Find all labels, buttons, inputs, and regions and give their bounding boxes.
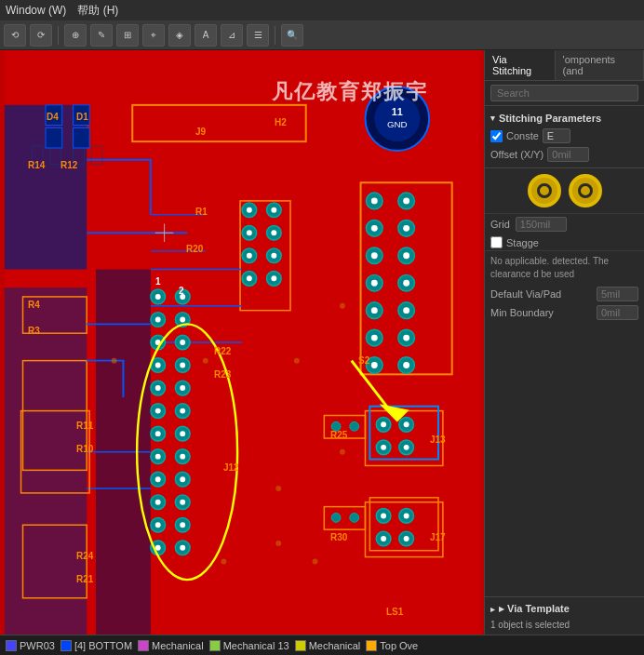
- svg-point-88: [376, 531, 391, 546]
- svg-point-19: [151, 449, 166, 464]
- tb-btn-10[interactable]: ☰: [247, 24, 269, 47]
- toolbar: ⟲ ⟳ ⊕ ✎ ⊞ ⌖ ◈ A ⊿ ☰ 🔍: [0, 20, 644, 50]
- svg-point-135: [112, 358, 117, 364]
- tb-btn-2[interactable]: ⟳: [30, 24, 52, 47]
- offset-label: Offset (X/Y): [490, 149, 543, 160]
- svg-rect-134: [91, 146, 102, 165]
- menu-help[interactable]: 帮助 (H): [77, 3, 118, 19]
- svg-point-20: [151, 472, 166, 487]
- via-template-header[interactable]: ▸ Via Template: [490, 600, 638, 618]
- prop-search-input[interactable]: [490, 85, 638, 101]
- menu-window[interactable]: Window (W): [6, 4, 66, 17]
- stitching-params-section: Stitching Parameters Conste Offset (X/Y): [485, 106, 644, 168]
- svg-point-96: [366, 247, 382, 264]
- pcb-label-1: 1: [155, 276, 161, 287]
- menubar: Window (W) 帮助 (H): [0, 0, 644, 20]
- svg-point-66: [266, 248, 281, 263]
- status-pwr03: PWR03: [6, 640, 55, 651]
- offset-input[interactable]: [547, 147, 589, 162]
- tb-sep-1: [58, 26, 59, 45]
- statusbar: PWR03 [4] BOTTOM Mechanical Mechanical 1…: [0, 635, 644, 655]
- watermark: 凡亿教育郑振宇: [272, 78, 428, 106]
- svg-point-13: [151, 313, 166, 328]
- stagger-row: Stagge: [485, 234, 644, 250]
- svg-rect-10: [23, 361, 87, 471]
- svg-point-15: [151, 358, 166, 373]
- svg-point-16: [151, 381, 166, 395]
- offset-row: Offset (X/Y): [490, 145, 638, 164]
- grid-label: Grid: [490, 219, 510, 230]
- svg-point-43: [175, 449, 190, 464]
- pcb-label-2: 2: [179, 286, 184, 296]
- pcb-label-r30: R30: [330, 532, 347, 542]
- tb-btn-4[interactable]: ✎: [90, 24, 113, 47]
- tb-btn-3[interactable]: ⊕: [64, 24, 87, 47]
- svg-point-57: [180, 500, 185, 505]
- tb-btn-11[interactable]: 🔍: [281, 24, 303, 47]
- stagger-checkbox[interactable]: [490, 236, 503, 248]
- tb-btn-5[interactable]: ⊞: [116, 24, 139, 47]
- tb-btn-9[interactable]: ⊿: [221, 24, 243, 47]
- svg-point-34: [155, 522, 161, 528]
- via-inner-1: [537, 183, 552, 198]
- svg-rect-133: [73, 146, 84, 165]
- tab-components[interactable]: 'omponents (and: [556, 50, 644, 80]
- tb-btn-1[interactable]: ⟲: [4, 24, 26, 47]
- pcb-label-r10: R10: [76, 444, 93, 454]
- svg-point-74: [271, 253, 276, 259]
- min-boundary-row: Min Boundary: [485, 303, 644, 322]
- min-boundary-label: Min Boundary: [490, 307, 593, 318]
- svg-point-119: [403, 307, 409, 314]
- svg-point-141: [275, 541, 281, 546]
- svg-point-114: [371, 362, 378, 368]
- svg-rect-85: [369, 498, 438, 551]
- right-panel: Via Stitching 'omponents (and Stitching …: [484, 50, 644, 635]
- svg-point-71: [247, 275, 252, 281]
- pcb-label-j12: J12: [223, 462, 239, 473]
- constrain-label: Conste: [506, 130, 539, 141]
- svg-point-122: [365, 87, 429, 151]
- default-via-input[interactable]: [597, 287, 638, 301]
- tab-via-stitching[interactable]: Via Stitching: [485, 50, 556, 80]
- svg-point-40: [175, 381, 190, 395]
- svg-point-113: [371, 335, 378, 341]
- pcb-label-j13: J13: [430, 434, 446, 445]
- pcb-label-r24: R24: [76, 551, 93, 561]
- constrain-checkbox[interactable]: [490, 130, 503, 142]
- pcb-label-r14: R14: [28, 160, 45, 170]
- status-label-pwr03: PWR03: [20, 640, 55, 651]
- pcb-canvas[interactable]: 凡亿教育郑振宇: [0, 50, 484, 635]
- svg-point-72: [271, 207, 276, 213]
- svg-rect-154: [21, 411, 90, 493]
- tb-btn-8[interactable]: A: [195, 24, 217, 47]
- svg-point-111: [371, 280, 378, 287]
- svg-line-127: [352, 361, 397, 421]
- pcb-label-d4: D4: [47, 112, 59, 122]
- tb-btn-6[interactable]: ⌖: [142, 24, 165, 47]
- svg-point-23: [151, 541, 166, 555]
- svg-rect-145: [73, 105, 89, 126]
- pcb-label-r1: R1: [195, 207, 208, 217]
- svg-rect-2: [5, 287, 87, 635]
- min-boundary-input[interactable]: [597, 305, 638, 320]
- svg-point-112: [371, 307, 378, 314]
- constrain-input[interactable]: [543, 128, 570, 143]
- svg-point-152: [331, 513, 341, 522]
- svg-point-69: [247, 230, 252, 235]
- svg-point-21: [151, 495, 166, 510]
- pcb-label-r21: R21: [76, 574, 93, 584]
- svg-point-46: [175, 517, 190, 532]
- svg-point-25: [155, 317, 161, 323]
- stitching-params-header[interactable]: Stitching Parameters: [490, 110, 638, 127]
- svg-point-49: [180, 317, 185, 323]
- tb-btn-7[interactable]: ◈: [168, 24, 191, 47]
- svg-point-58: [180, 522, 185, 528]
- grid-input[interactable]: [516, 217, 567, 232]
- svg-point-105: [398, 302, 415, 319]
- pcb-label-j9: J9: [195, 127, 206, 137]
- svg-rect-1: [5, 105, 87, 270]
- svg-point-115: [403, 197, 409, 204]
- status-color-mech13: [209, 640, 221, 651]
- svg-point-90: [381, 513, 386, 518]
- svg-point-12: [151, 289, 166, 304]
